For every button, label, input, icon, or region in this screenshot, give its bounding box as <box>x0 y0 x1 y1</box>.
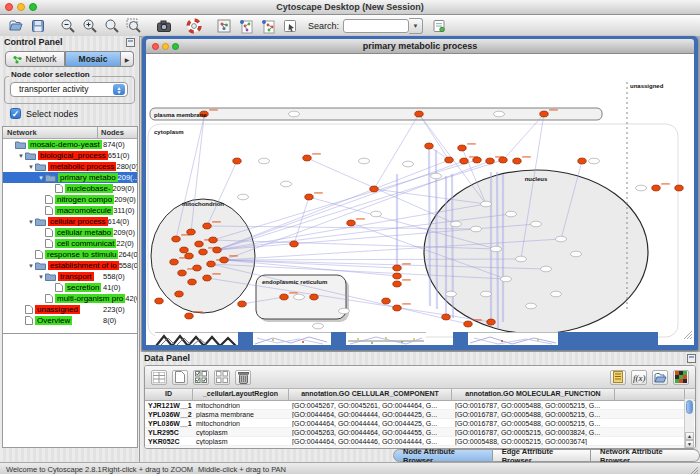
network-node[interactable] <box>199 249 207 255</box>
network-node[interactable] <box>155 298 163 304</box>
tree-expander-icon[interactable]: ▼ <box>37 274 45 280</box>
tree-expander-icon[interactable]: ▼ <box>27 219 35 225</box>
network-node[interactable] <box>486 158 494 164</box>
tree-expander-icon[interactable]: ▼ <box>37 175 45 181</box>
network-node[interactable] <box>464 321 472 327</box>
tree-row[interactable]: unassigned223(0) <box>3 304 137 315</box>
tree-expander-icon[interactable]: ▼ <box>27 164 35 170</box>
network-node[interactable] <box>499 157 507 163</box>
column-header[interactable]: annotation.GO CELLULAR_COMPONENT <box>289 389 452 400</box>
new-attribute-icon[interactable] <box>172 370 188 385</box>
network-node[interactable] <box>207 261 215 267</box>
heatmap-icon[interactable] <box>673 370 689 385</box>
window-resize-grip[interactable] <box>688 465 699 474</box>
background-frame-edge[interactable] <box>558 332 658 345</box>
network-node[interactable] <box>185 313 193 319</box>
tree-col-network[interactable]: Network <box>3 127 97 138</box>
float-panel-icon[interactable] <box>126 38 135 47</box>
tree-row[interactable]: macromolecule311(0) <box>3 205 137 216</box>
search-options-icon[interactable] <box>431 18 447 34</box>
network-node[interactable] <box>203 223 211 229</box>
network-node[interactable] <box>540 111 548 117</box>
zoom-selected-icon[interactable] <box>126 18 142 34</box>
tab-network[interactable]: Network <box>5 51 65 67</box>
apply-layout-a-icon[interactable] <box>238 18 254 34</box>
background-frame-thumbnail[interactable] <box>155 332 238 345</box>
network-node[interactable] <box>347 220 355 226</box>
unselect-all-attributes-icon[interactable] <box>214 370 230 385</box>
scroll-up-button[interactable]: ▲ <box>685 432 694 440</box>
network-node[interactable] <box>310 294 318 300</box>
tree-row[interactable]: ▼transport558(0) <box>3 271 137 282</box>
table-scrollbar[interactable]: ▲ ▼ <box>684 399 694 448</box>
network-node[interactable] <box>280 294 288 300</box>
frame-resize-grip[interactable] <box>681 326 693 344</box>
tab-edge-attribute-browser[interactable]: Edge Attribute Browser <box>493 449 591 462</box>
network-graph[interactable]: plasma membranecytoplasmmitochondrionnuc… <box>146 54 694 345</box>
birds-eye-view[interactable] <box>2 333 138 448</box>
background-frame-thumbnail[interactable] <box>346 332 426 345</box>
background-frame-edge[interactable] <box>453 332 468 345</box>
network-node[interactable] <box>303 155 311 161</box>
tree-row[interactable]: nucleobase-209(0) <box>3 183 137 194</box>
apply-layout-b-icon[interactable] <box>260 18 276 34</box>
network-node[interactable] <box>213 247 221 253</box>
zoom-in-icon[interactable] <box>82 18 98 34</box>
tab-overflow-arrow[interactable]: ▶ <box>121 51 134 67</box>
tree-row[interactable]: ▼cellular process614(0) <box>3 216 137 227</box>
network-frame-titlebar[interactable]: primary metabolic process <box>146 39 694 54</box>
snapshot-icon[interactable] <box>156 18 172 34</box>
search-dropdown-button[interactable]: ▼ <box>409 18 423 34</box>
column-header[interactable]: ID <box>145 389 193 400</box>
tree-col-nodes[interactable]: Nodes <box>97 127 137 138</box>
network-node[interactable] <box>425 143 433 149</box>
search-input[interactable] <box>343 19 409 33</box>
background-frame-edge[interactable] <box>238 332 253 345</box>
network-node[interactable] <box>187 229 195 235</box>
annotation-icon[interactable] <box>282 18 298 34</box>
network-node[interactable] <box>195 241 203 247</box>
network-node[interactable] <box>170 259 178 265</box>
network-node[interactable] <box>172 236 180 242</box>
network-node[interactable] <box>238 301 246 307</box>
tree-row[interactable]: ▼primary metabo209(... <box>3 172 137 183</box>
network-node[interactable] <box>175 291 183 297</box>
tree-row[interactable]: response to stimulu264(0) <box>3 249 137 260</box>
network-node[interactable] <box>415 111 423 117</box>
network-node[interactable] <box>180 247 188 253</box>
tab-network-attribute-browser[interactable]: Network Attribute Browser <box>591 449 700 462</box>
help-icon[interactable] <box>186 18 202 34</box>
network-node[interactable] <box>578 158 586 164</box>
column-header[interactable] <box>615 389 685 400</box>
tree-row[interactable]: ▼biological_process651(0) <box>3 150 137 161</box>
network-node[interactable] <box>178 270 186 276</box>
network-frame[interactable]: primary metabolic process plasma membran… <box>142 36 698 350</box>
background-frame-thumbnail[interactable] <box>468 332 558 345</box>
tab-mosaic[interactable]: Mosaic <box>65 51 121 67</box>
network-node[interactable] <box>393 273 401 279</box>
network-node[interactable] <box>185 253 193 259</box>
network-overview-icon[interactable] <box>216 18 232 34</box>
delete-attribute-icon[interactable] <box>235 370 251 385</box>
background-frame-edge[interactable] <box>331 332 346 345</box>
network-node[interactable] <box>305 194 313 200</box>
column-header[interactable]: annotation.GO MOLECULAR_FUNCTION <box>452 389 615 400</box>
tree-row[interactable]: Overview8(0) <box>3 315 137 326</box>
network-node[interactable] <box>393 281 401 287</box>
table-row[interactable]: YPL036W__1mitochondrion[GO:0044464, GO:0… <box>145 419 695 428</box>
network-node[interactable] <box>370 186 378 192</box>
network-node[interactable] <box>209 237 217 243</box>
network-node[interactable] <box>652 185 660 191</box>
network-node[interactable] <box>188 279 196 285</box>
network-node[interactable] <box>460 158 468 164</box>
tab-node-attribute-browser[interactable]: Node Attribute Browser <box>393 449 493 462</box>
tree-row[interactable]: cellular metabo209(0) <box>3 227 137 238</box>
network-node[interactable] <box>445 157 453 163</box>
network-node[interactable] <box>675 185 683 191</box>
select-attributes-icon[interactable] <box>151 370 167 385</box>
tree-row[interactable]: ▼establishment of lo558(0) <box>3 260 137 271</box>
formula-builder-icon[interactable]: f(x) <box>631 370 647 385</box>
open-file-icon[interactable] <box>8 18 24 34</box>
network-node[interactable] <box>393 265 401 271</box>
float-panel-icon[interactable] <box>687 354 696 363</box>
